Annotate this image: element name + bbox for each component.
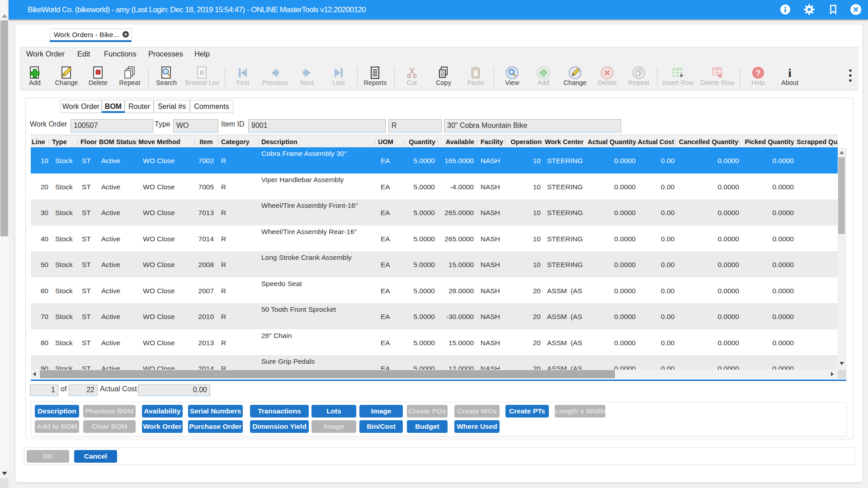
svg-text:i: i [788, 67, 792, 79]
svg-text:?: ? [756, 69, 761, 78]
svg-text:B: B [199, 69, 204, 76]
